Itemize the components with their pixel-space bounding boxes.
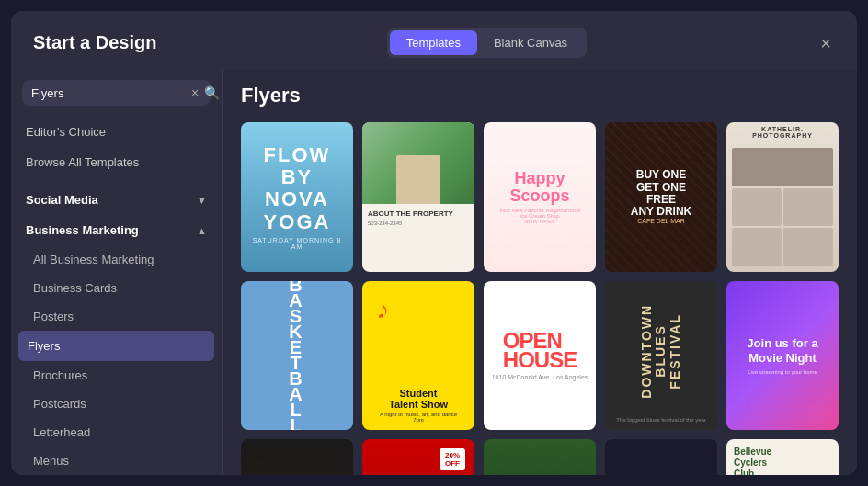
template-card-sale[interactable]: 20%OFF	[362, 439, 474, 475]
social-media-label: Social Media	[26, 193, 98, 207]
photo-grid	[726, 142, 839, 272]
sidebar-item-editors-choice[interactable]: Editor's Choice	[11, 117, 222, 147]
editors-choice-label: Editor's Choice	[26, 125, 106, 139]
yoga-title: FLOWBY NOVAYOGA	[248, 144, 346, 233]
template-card-photo[interactable]: KATHELIR. PHOTOGRAPHY	[726, 122, 839, 272]
sidebar-item-browse-all[interactable]: Browse All Templates	[11, 147, 222, 177]
modal-header: Start a Design Templates Blank Canvas ×	[11, 11, 857, 69]
templates-grid: FLOWBY NOVAYOGA SATURDAY MORNING 8 AM AB…	[241, 122, 839, 475]
template-card-basketball[interactable]: BASKETBALL	[241, 281, 353, 431]
content-title: Flyers	[241, 84, 839, 107]
talent-title: StudentTalent Show	[389, 388, 448, 410]
tab-group: Templates Blank Canvas	[387, 28, 587, 58]
photo-cell-1	[732, 148, 833, 186]
sidebar-section-social-media[interactable]: Social Media ▼	[11, 185, 222, 215]
tab-blank-canvas[interactable]: Blank Canvas	[477, 30, 584, 55]
template-card-portrait[interactable]	[241, 439, 353, 475]
modal-body: × 🔍 Editor's Choice Browse All Templates…	[11, 69, 857, 475]
business-marketing-label: Business Marketing	[26, 223, 139, 237]
sale-badge: 20%OFF	[440, 448, 465, 470]
photo-cell-2	[732, 188, 782, 227]
browse-all-label: Browse All Templates	[26, 155, 139, 169]
house-title: ABOUT THE PROPERTY	[368, 209, 469, 218]
template-card-house[interactable]: ABOUT THE PROPERTY 503-234-2345	[362, 122, 474, 272]
template-card-blues[interactable]: DOWNTOWN BLUES FESTIVAL The biggest blue…	[605, 281, 717, 431]
icecream-title: HappyScoops	[509, 170, 569, 207]
template-card-talent[interactable]: StudentTalent Show A night of music, art…	[362, 281, 474, 431]
blues-sub: The biggest blues festival of the year	[616, 417, 706, 423]
sidebar-section-business-marketing[interactable]: Business Marketing ▲	[11, 215, 222, 245]
sidebar-item-flyers[interactable]: Flyers	[18, 331, 214, 361]
cafe-sub: CAFE DEL MAR	[637, 218, 684, 224]
template-card-cafe[interactable]: BUY ONEGET ONEFREEANY DRINK CAFE DEL MAR	[605, 122, 717, 272]
template-card-fooddrive[interactable]: Food Drive For	[605, 439, 717, 475]
photo-cell-3	[783, 188, 833, 227]
start-a-design-modal: Start a Design Templates Blank Canvas × …	[11, 11, 857, 475]
sidebar-item-letterhead[interactable]: Letterhead	[11, 418, 222, 446]
movie-sub: Live streaming to your home	[748, 369, 817, 375]
sidebar-item-business-cards[interactable]: Business Cards	[11, 274, 222, 302]
content-area: Flyers FLOWBY NOVAYOGA SATURDAY MORNING …	[223, 69, 857, 475]
modal-title: Start a Design	[33, 32, 156, 53]
sidebar-item-postcards[interactable]: Postcards	[11, 390, 222, 418]
search-icon: 🔍	[204, 85, 220, 100]
basketball-title: BASKETBALL	[289, 281, 304, 431]
search-clear-button[interactable]: ×	[191, 85, 199, 100]
template-card-movie[interactable]: Join us for aMovie Night Live streaming …	[726, 281, 839, 431]
sidebar-item-menus[interactable]: Menus	[11, 446, 222, 475]
movie-title: Join us for aMovie Night	[747, 336, 817, 365]
search-box[interactable]: × 🔍	[22, 80, 211, 106]
search-input[interactable]	[31, 86, 186, 100]
yoga-sub: SATURDAY MORNING 8 AM	[248, 237, 346, 250]
template-card-cyclers[interactable]: BellevueCyclersClub	[726, 439, 839, 475]
chevron-down-icon: ▼	[197, 195, 207, 206]
template-card-yoga[interactable]: FLOWBY NOVAYOGA SATURDAY MORNING 8 AM	[241, 122, 353, 272]
house-image	[362, 122, 474, 204]
photo-cell-4	[732, 228, 782, 266]
house-text: 503-234-2345	[368, 220, 469, 228]
cyclers-title: BellevueCyclersClub	[734, 446, 831, 475]
photo-title: KATHELIR. PHOTOGRAPHY	[726, 122, 839, 142]
house-content: ABOUT THE PROPERTY 503-234-2345	[362, 204, 474, 271]
photo-cell-5	[783, 228, 833, 266]
blues-title: DOWNTOWN BLUES FESTIVAL	[640, 288, 682, 414]
template-card-icecream[interactable]: HappyScoops Your New Favorite Neighborho…	[484, 122, 596, 272]
tab-templates[interactable]: Templates	[390, 30, 477, 55]
talent-sub: A night of music, art, and dance7pm	[380, 412, 457, 423]
template-card-nature[interactable]	[484, 439, 596, 475]
close-button[interactable]: ×	[817, 30, 835, 56]
sidebar-item-brochures[interactable]: Brochures	[11, 361, 222, 390]
sidebar-item-all-business-marketing[interactable]: All Business Marketing	[11, 245, 222, 274]
sidebar: × 🔍 Editor's Choice Browse All Templates…	[11, 69, 223, 475]
openhouse-title: OPENHOUSE	[503, 331, 577, 370]
cafe-title: BUY ONEGET ONEFREEANY DRINK	[631, 169, 691, 218]
sidebar-item-posters[interactable]: Posters	[11, 302, 222, 331]
icecream-sub: Your New Favorite NeighborhoodIce Cream …	[499, 208, 581, 224]
template-card-openhouse[interactable]: OPENHOUSE 1010 McDonald Ave. Los Angeles	[484, 281, 596, 431]
openhouse-sub: 1010 McDonald Ave. Los Angeles	[492, 374, 588, 380]
chevron-up-icon: ▲	[197, 225, 207, 236]
